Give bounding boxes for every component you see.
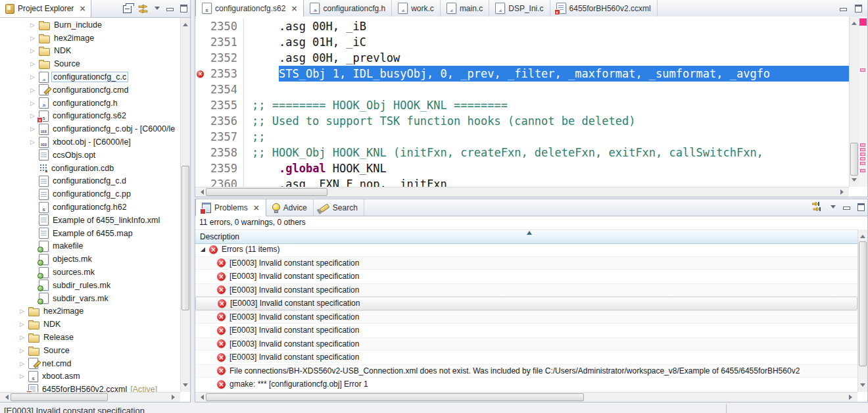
view-tab[interactable]: Search (314, 199, 364, 216)
tree-item[interactable]: subdir_vars.mk (0, 292, 180, 305)
code-line[interactable]: 2352 .asg 00H, _prevlow (195, 50, 849, 66)
expand-arrow-icon[interactable]: ▷ (30, 139, 39, 145)
problem-row[interactable]: [E0003] Invalid constant specification (195, 337, 857, 351)
tree-item[interactable]: ▷Sxboot.asm (0, 370, 180, 383)
maximize-icon[interactable] (855, 5, 862, 12)
filter-icon[interactable] (812, 202, 823, 211)
tree-item[interactable]: ccsObjs.opt (0, 149, 180, 162)
scroll-right-icon[interactable] (849, 395, 855, 400)
expand-arrow-icon[interactable]: ▷ (20, 321, 28, 328)
expand-arrow-icon[interactable]: ▷ (30, 74, 39, 80)
expand-arrow-icon[interactable]: ▷ (20, 347, 28, 354)
error-mark[interactable] (860, 153, 865, 156)
error-mark[interactable] (860, 162, 865, 165)
problem-row[interactable]: gmake: *** [configurationcfg.obj] Error … (195, 377, 857, 391)
collapse-all-icon[interactable] (123, 5, 132, 13)
expand-arrow-icon[interactable]: ▷ (20, 334, 28, 341)
problem-row[interactable]: File connections/BH-XDS560v2-USB_Connect… (195, 364, 857, 378)
tree-item[interactable]: ▷NDK (0, 45, 180, 58)
code-line[interactable]: 2360 .asg FXN_F_nop, initFxn (195, 176, 849, 187)
tree-item[interactable]: ▷Release (0, 331, 180, 344)
tree-item[interactable]: ▷hex2image (0, 305, 180, 318)
editor-tab[interactable]: .cmain.c (441, 0, 489, 16)
link-with-editor-icon[interactable] (138, 5, 148, 13)
expand-arrow-icon[interactable]: ▷ (30, 61, 39, 67)
tree-item[interactable]: ▷010configurationcfg_c.obj - [C6000/le (0, 122, 180, 135)
close-icon[interactable] (291, 4, 297, 13)
tree-item[interactable]: ▷NDK (0, 318, 180, 331)
project-tree-hscrollbar[interactable] (0, 392, 180, 402)
problem-row[interactable]: [E0003] Invalid constant specification (195, 256, 857, 270)
expand-arrow-icon[interactable]: ▷ (30, 100, 39, 107)
error-mark[interactable] (860, 157, 865, 160)
tree-item[interactable]: configuration.cdb (0, 162, 180, 175)
code-editor[interactable]: 2350 .asg 00H, _iB2351 .asg 01H, _iC2352… (195, 16, 849, 187)
problem-row[interactable]: [E0003] Invalid constant specification (195, 270, 857, 283)
scrollbar-thumb[interactable] (11, 393, 108, 401)
tree-item[interactable]: ▷010xboot.obj - [C6000/le] (0, 135, 180, 149)
tree-item[interactable]: 6455forBH560v2.ccxml[Active] (0, 383, 180, 392)
code-line[interactable]: 2356;; Used to support TSK function hook… (195, 113, 849, 129)
overview-error-indicator[interactable] (859, 18, 867, 26)
scroll-up-icon[interactable] (852, 19, 857, 25)
minimize-icon[interactable] (840, 8, 847, 11)
editor-tab[interactable]: .cwork.c (392, 0, 441, 16)
scrollbar-thumb[interactable] (850, 143, 858, 176)
tree-item[interactable]: subdir_rules.mk (0, 279, 180, 292)
tree-item[interactable]: Example of 6455_linkInfo.xml (0, 214, 180, 227)
scroll-right-icon[interactable] (172, 395, 178, 400)
scrollbar-thumb[interactable] (859, 241, 867, 366)
project-tree-vscrollbar[interactable] (180, 18, 190, 392)
code-line[interactable]: 2359 .global HOOK_KNL (195, 160, 849, 176)
expand-arrow-icon[interactable]: ▷ (30, 35, 39, 41)
code-line[interactable]: 2353 STS_Obj 1, IDL_busyObj, 0, _prev, _… (195, 66, 849, 82)
tree-item[interactable]: ▷configurationcfg.cmd (0, 84, 180, 97)
scrollbar-thumb[interactable] (206, 188, 327, 196)
view-menu-icon[interactable] (155, 7, 160, 12)
problems-hscrollbar[interactable] (195, 392, 857, 402)
project-tree[interactable]: ▷Burn_include▷hex2image▷NDK▷Source▷.ccon… (0, 18, 180, 392)
scrollbar-thumb[interactable] (206, 393, 584, 401)
scroll-left-icon[interactable] (198, 189, 204, 195)
error-mark[interactable] (860, 169, 865, 172)
error-mark[interactable] (860, 143, 865, 147)
scroll-up-icon[interactable] (860, 232, 865, 238)
tree-item[interactable]: ▷net.cmd (0, 357, 180, 370)
scrollbar-thumb[interactable] (181, 166, 189, 310)
tree-item[interactable]: makefile (0, 240, 180, 253)
expand-arrow-icon[interactable]: ▷ (20, 373, 28, 379)
scroll-down-icon[interactable] (852, 178, 857, 184)
editor-tab[interactable]: Sconfigurationcfg.s62 (195, 0, 304, 17)
tree-item[interactable]: ▷Source (0, 57, 180, 70)
view-tab[interactable]: Advice (266, 199, 314, 216)
view-menu-icon[interactable] (831, 205, 836, 211)
expand-arrow-icon[interactable]: ▷ (30, 47, 39, 54)
problems-vscrollbar[interactable] (857, 230, 867, 392)
tree-item[interactable]: ▷hex2image (0, 32, 180, 45)
tree-item[interactable]: ▷Source (0, 344, 180, 357)
problems-list[interactable]: Errors (11 items)[E0003] Invalid constan… (195, 243, 857, 392)
code-line[interactable]: 2350 .asg 00H, _iB (195, 18, 849, 34)
view-tab[interactable]: Problems (195, 199, 266, 216)
tree-item[interactable]: configurationcfg_c.d (0, 175, 180, 188)
editor-tab[interactable]: .cDSP_Ini.c (489, 0, 550, 16)
editor-tab[interactable]: 6455forBH560v2.ccxml (550, 0, 658, 16)
tree-item[interactable]: sources.mk (0, 266, 180, 279)
tree-item[interactable]: ▷Burn_include (0, 18, 180, 32)
tree-item[interactable]: ▷.hconfigurationcfg.h (0, 97, 180, 110)
problem-row[interactable]: Errors (11 items) (195, 243, 857, 256)
maximize-icon[interactable] (180, 5, 187, 12)
minimize-icon[interactable] (166, 8, 174, 11)
tree-item[interactable]: objects.mk (0, 253, 180, 266)
editor-tab[interactable]: .hconfigurationcfg.h (304, 0, 392, 16)
code-line[interactable]: 2355;; ======== HOOK_Obj HOOK_KNL ======… (195, 97, 849, 113)
problem-row[interactable]: [E0003] Invalid constant specification (195, 310, 857, 324)
scroll-left-icon[interactable] (198, 395, 204, 400)
error-mark[interactable] (860, 148, 865, 151)
expanded-arrow-icon[interactable] (201, 247, 205, 252)
problem-row[interactable]: [E0003] Invalid constant specification (195, 324, 857, 337)
scroll-down-icon[interactable] (860, 383, 865, 389)
tree-item[interactable]: ▷.cconfigurationcfg_c.c (0, 70, 180, 84)
expand-arrow-icon[interactable]: ▷ (30, 22, 39, 28)
tree-item[interactable]: Example of 6455.map (0, 227, 180, 240)
